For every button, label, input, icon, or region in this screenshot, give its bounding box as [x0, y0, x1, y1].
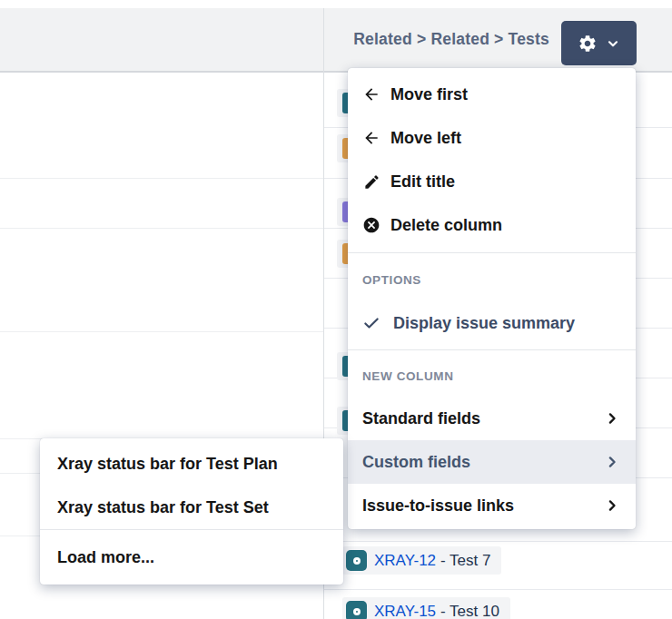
top-strip — [0, 0, 672, 8]
menu-item-custom-fields[interactable]: Custom fields — [348, 440, 636, 484]
menu-item-move-first[interactable]: Move first — [348, 73, 636, 116]
menu-divider — [348, 252, 636, 253]
issue-summary: - Test 10 — [440, 603, 499, 619]
chevron-right-icon — [603, 496, 621, 515]
menu-item-label: Custom fields — [362, 453, 470, 472]
menu-item-label: Standard fields — [362, 409, 480, 428]
x-circle-icon — [362, 216, 380, 234]
menu-item-issue-to-issue-links[interactable]: Issue-to-issue links — [348, 484, 636, 527]
xray-table-screen: Related > Related > Tests XRAY-12 - Test… — [0, 0, 672, 619]
column-title: Related > Related > Tests — [324, 8, 556, 71]
menu-item-label: Display issue summary — [393, 314, 575, 333]
menu-section-options: OPTIONS — [348, 267, 636, 292]
menu-divider — [348, 349, 636, 350]
xray-test-icon-ring — [353, 608, 361, 615]
issue-key-link[interactable]: XRAY-12 — [374, 552, 436, 570]
menu-item-edit-title[interactable]: Edit title — [348, 160, 636, 203]
submenu-item-load-more[interactable]: Load more... — [40, 535, 343, 579]
xray-test-icon — [346, 550, 367, 571]
submenu-item-xray-status-bar-test-set[interactable]: Xray status bar for Test Set — [40, 486, 343, 529]
pencil-icon — [362, 172, 380, 191]
submenu-item-xray-status-bar-test-plan[interactable]: Xray status bar for Test Plan — [40, 442, 343, 486]
submenu-divider — [40, 529, 343, 530]
chevron-down-icon — [606, 36, 620, 51]
issue-summary: - Test 7 — [440, 552, 490, 570]
menu-item-delete-column[interactable]: Delete column — [348, 203, 636, 247]
row-separator — [324, 589, 672, 590]
issue-chip[interactable]: XRAY-15 - Test 10 — [342, 597, 510, 619]
menu-item-display-issue-summary[interactable]: Display issue summary — [348, 301, 636, 345]
menu-item-label: Edit title — [390, 172, 455, 192]
arrow-left-icon — [362, 85, 380, 103]
arrow-left-icon — [362, 129, 380, 147]
check-icon — [362, 314, 380, 332]
custom-fields-submenu: Xray status bar for Test Plan Xray statu… — [40, 438, 343, 585]
menu-item-label: Issue-to-issue links — [362, 496, 514, 516]
xray-test-icon-ring — [353, 557, 361, 565]
submenu-item-label: Load more... — [57, 548, 154, 567]
row-separator — [0, 178, 323, 179]
submenu-item-label: Xray status bar for Test Set — [57, 498, 269, 517]
menu-item-move-left[interactable]: Move left — [348, 116, 636, 160]
menu-item-label: Delete column — [390, 216, 502, 235]
xray-test-icon — [346, 601, 367, 619]
menu-item-label: Move left — [390, 129, 461, 148]
menu-item-label: Move first — [390, 85, 468, 104]
column-settings-menu: Move first Move left Edit title Delete c… — [348, 68, 636, 529]
column-settings-button[interactable] — [561, 21, 637, 65]
issue-chip[interactable]: XRAY-12 - Test 7 — [342, 546, 501, 575]
chevron-right-icon — [603, 453, 621, 471]
row-separator — [0, 331, 323, 332]
row-separator — [324, 541, 672, 542]
gear-icon — [578, 34, 598, 54]
submenu-item-label: Xray status bar for Test Plan — [57, 455, 278, 474]
menu-section-new-column: NEW COLUMN — [348, 363, 636, 388]
issue-key-link[interactable]: XRAY-15 — [374, 603, 436, 619]
row-separator — [0, 228, 323, 229]
chevron-right-icon — [603, 409, 621, 427]
menu-item-standard-fields[interactable]: Standard fields — [348, 397, 636, 440]
